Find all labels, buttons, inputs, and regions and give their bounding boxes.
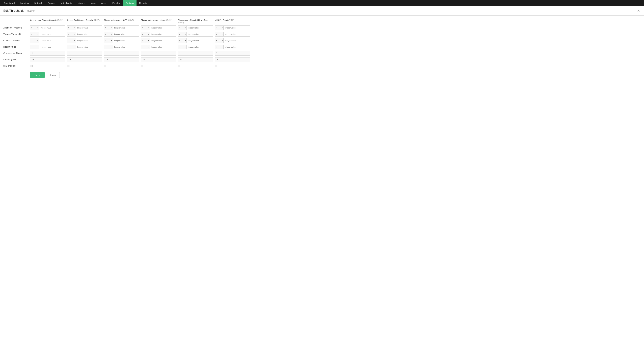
interval-input-4[interactable] — [178, 57, 213, 62]
rearm-cell-5: <=<>>= — [215, 44, 250, 49]
interval-mins-row: Interval (mins) — [3, 57, 641, 62]
attention-op-1[interactable]: >>=<<= — [67, 25, 76, 30]
critical-op-1[interactable]: >>=<<= — [67, 38, 76, 43]
attention-val-5[interactable] — [224, 25, 250, 30]
rearm-val-5[interactable] — [224, 44, 250, 49]
critical-cell-0: >>=<<= — [30, 38, 66, 43]
dial-checkbox-1[interactable] — [67, 65, 70, 67]
critical-val-4[interactable] — [186, 38, 213, 43]
cancel-button[interactable]: Cancel — [46, 72, 60, 78]
attention-op-2[interactable]: >>=<<= — [104, 25, 113, 30]
attention-cell-2: >>=<<= — [104, 25, 139, 30]
nav-item-alarms[interactable]: Alarms — [76, 0, 88, 6]
critical-val-3[interactable] — [150, 38, 176, 43]
critical-op-5[interactable]: >>=<<= — [215, 38, 224, 43]
attention-op-5-wrapper: >>=<<= — [215, 25, 224, 30]
trouble-cell-0: >>=<<= — [30, 32, 66, 36]
dial-checkbox-0[interactable] — [30, 65, 32, 67]
consecutive-input-3[interactable] — [141, 51, 176, 56]
attention-op-1-wrapper: >>=<<= — [67, 25, 76, 30]
nav-item-apps[interactable]: Apps — [98, 0, 109, 6]
rearm-op-1[interactable]: <=<>>= — [67, 44, 76, 49]
dial-checkbox-4[interactable] — [178, 65, 180, 67]
nav-item-network[interactable]: Network — [32, 0, 45, 6]
rearm-val-3[interactable] — [150, 44, 176, 49]
consecutive-input-1[interactable] — [67, 51, 102, 56]
critical-op-4[interactable]: >>=<<= — [178, 38, 186, 43]
critical-op-2[interactable]: >>=<<= — [104, 38, 113, 43]
nav-item-servers[interactable]: Servers — [45, 0, 58, 6]
nav-item-reports[interactable]: Reports — [136, 0, 150, 6]
trouble-op-4[interactable]: >>=<<= — [178, 32, 186, 36]
critical-op-3-wrapper: >>=<<= — [141, 38, 150, 43]
nav-item-dashboard[interactable]: Dashboard — [1, 0, 18, 6]
nav-item-settings[interactable]: Settings — [123, 0, 136, 6]
rearm-op-3[interactable]: <=<>>= — [141, 44, 150, 49]
attention-val-0[interactable] — [39, 25, 66, 30]
critical-val-1[interactable] — [76, 38, 102, 43]
critical-val-0[interactable] — [39, 38, 66, 43]
attention-threshold-cells: >>=<<= >>=<<= — [30, 25, 242, 30]
attention-op-5[interactable]: >>=<<= — [215, 25, 224, 30]
dial-checkbox-3[interactable] — [141, 65, 143, 67]
nav-item-workflow[interactable]: Workflow — [109, 0, 123, 6]
action-row: Save Cancel — [30, 72, 641, 78]
page-container: Edit Thresholds ( Nutanix ) ✕ Cluster Us… — [0, 6, 644, 358]
critical-op-3[interactable]: >>=<<= — [141, 38, 150, 43]
rearm-val-4[interactable] — [186, 44, 213, 49]
rearm-op-5[interactable]: <=<>>= — [215, 44, 224, 49]
attention-val-1[interactable] — [76, 25, 102, 30]
critical-val-2[interactable] — [113, 38, 139, 43]
rearm-cell-3: <=<>>= — [141, 44, 176, 49]
interval-input-3[interactable] — [141, 57, 176, 62]
interval-input-5[interactable] — [215, 57, 250, 62]
attention-threshold-label: Attention Threshold — [3, 26, 30, 29]
trouble-op-1[interactable]: >>=<<= — [67, 32, 76, 36]
rearm-op-2[interactable]: <=<>>= — [104, 44, 113, 49]
nav-item-virtualization[interactable]: Virtualization — [58, 0, 76, 6]
critical-val-5[interactable] — [224, 38, 250, 43]
interval-input-2[interactable] — [104, 57, 139, 62]
critical-op-0[interactable]: >>=<<= — [30, 38, 39, 43]
attention-val-4[interactable] — [186, 25, 213, 30]
trouble-val-3[interactable] — [150, 32, 176, 36]
interval-input-0[interactable] — [30, 57, 66, 62]
trouble-op-3[interactable]: >>=<<= — [141, 32, 150, 36]
rearm-op-4[interactable]: <=<>>= — [178, 44, 186, 49]
rearm-cell-4: <=<>>= — [178, 44, 213, 49]
rearm-val-2[interactable] — [113, 44, 139, 49]
rearm-cell-0: <=<>>= — [30, 44, 66, 49]
trouble-val-5[interactable] — [224, 32, 250, 36]
attention-cell-3: >>=<<= — [141, 25, 176, 30]
attention-val-2[interactable] — [113, 25, 139, 30]
rearm-val-1[interactable] — [76, 44, 102, 49]
rearm-op-0[interactable]: <=<>>= — [30, 44, 39, 49]
trouble-op-2[interactable]: >>=<<= — [104, 32, 113, 36]
attention-cell-0: >>=<<= — [30, 25, 66, 30]
trouble-val-1[interactable] — [76, 32, 102, 36]
attention-op-4[interactable]: >>=<<= — [178, 25, 186, 30]
dial-checkbox-2[interactable] — [104, 65, 106, 67]
attention-val-3[interactable] — [150, 25, 176, 30]
more-options-icon[interactable]: ⋮ — [637, 1, 643, 5]
trouble-val-4[interactable] — [186, 32, 213, 36]
trouble-op-0[interactable]: >>=<<= — [30, 32, 39, 36]
save-button[interactable]: Save — [30, 72, 44, 78]
attention-op-3[interactable]: >>=<<= — [141, 25, 150, 30]
interval-input-1[interactable] — [67, 57, 102, 62]
consecutive-input-2[interactable] — [104, 51, 139, 56]
dial-checkbox-5[interactable] — [215, 65, 217, 67]
consecutive-input-4[interactable] — [178, 51, 213, 56]
nav-item-maps[interactable]: Maps — [88, 0, 98, 6]
trouble-val-2[interactable] — [113, 32, 139, 36]
attention-op-0[interactable]: >>=<<= — [30, 25, 39, 30]
consecutive-input-5[interactable] — [215, 51, 250, 56]
trouble-val-0[interactable] — [39, 32, 66, 36]
nav-item-inventory[interactable]: Inventory — [18, 0, 32, 6]
trouble-op-5[interactable]: >>=<<= — [215, 32, 224, 36]
close-button[interactable]: ✕ — [636, 8, 641, 13]
page-header: Edit Thresholds ( Nutanix ) ✕ — [0, 6, 644, 15]
rearm-val-0[interactable] — [39, 44, 66, 49]
critical-threshold-row: Critical Threshold >>=<<= >>=<<= — [3, 38, 641, 43]
consecutive-input-0[interactable] — [30, 51, 66, 56]
